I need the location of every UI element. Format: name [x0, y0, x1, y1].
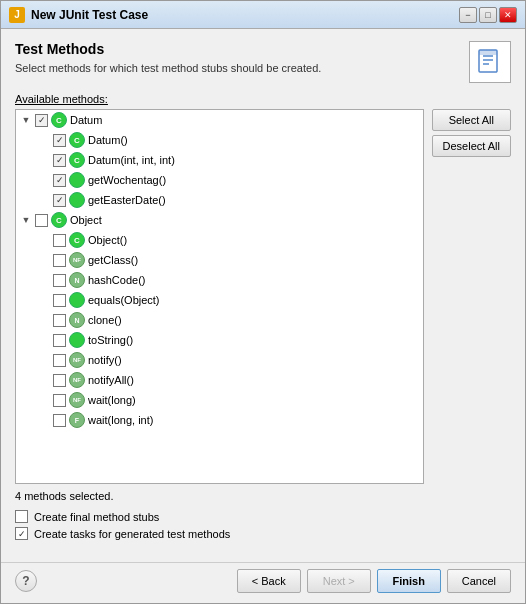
checkbox-clone[interactable] — [53, 314, 66, 327]
svg-rect-4 — [479, 50, 497, 55]
tree-row-tostring[interactable]: toString() — [16, 330, 423, 350]
icon-getwochentag — [69, 172, 85, 188]
arrow-notifyall — [38, 374, 50, 386]
icon-notify: NF — [69, 352, 85, 368]
footer: ? < Back Next > Finish Cancel — [1, 562, 525, 603]
tree-row-object-ctor[interactable]: C Object() — [16, 230, 423, 250]
available-methods-label: Available methods: — [15, 93, 511, 105]
arrow-geteasterdate — [38, 194, 50, 206]
select-all-button[interactable]: Select All — [432, 109, 511, 131]
checkbox-datum[interactable] — [35, 114, 48, 127]
tree-row-notifyall[interactable]: NF notifyAll() — [16, 370, 423, 390]
icon-equals — [69, 292, 85, 308]
checkbox-wait-long[interactable] — [53, 394, 66, 407]
icon-wait-long-int: F — [69, 412, 85, 428]
arrow-getwochentag — [38, 174, 50, 186]
option-label-tasks: Create tasks for generated test methods — [34, 528, 230, 540]
icon-clone: N — [69, 312, 85, 328]
checkbox-object-ctor[interactable] — [53, 234, 66, 247]
tree-row-equals[interactable]: equals(Object) — [16, 290, 423, 310]
tree-row-wait-long[interactable]: NF wait(long) — [16, 390, 423, 410]
icon-object-ctor: C — [69, 232, 85, 248]
tree-row-geteasterdate[interactable]: getEasterDate() — [16, 190, 423, 210]
icon-tostring — [69, 332, 85, 348]
tree-container[interactable]: ▼ C Datum C Datum() C Datum(int — [15, 109, 424, 484]
close-button[interactable]: ✕ — [499, 7, 517, 23]
label-hashcode: hashCode() — [88, 274, 145, 286]
label-datum-ctor1: Datum() — [88, 134, 128, 146]
icon-notifyall: NF — [69, 372, 85, 388]
header-section: Test Methods Select methods for which te… — [15, 41, 511, 83]
arrow-notify — [38, 354, 50, 366]
help-button[interactable]: ? — [15, 570, 37, 592]
label-datum-ctor2: Datum(int, int, int) — [88, 154, 175, 166]
label-wait-long-int: wait(long, int) — [88, 414, 153, 426]
minimize-button[interactable]: − — [459, 7, 477, 23]
label-object: Object — [70, 214, 102, 226]
next-button[interactable]: Next > — [307, 569, 371, 593]
arrow-equals — [38, 294, 50, 306]
label-tostring: toString() — [88, 334, 133, 346]
icon-object: C — [51, 212, 67, 228]
arrow-object-ctor — [38, 234, 50, 246]
window-title: New JUnit Test Case — [31, 8, 459, 22]
arrow-object[interactable]: ▼ — [20, 214, 32, 226]
tree-row-notify[interactable]: NF notify() — [16, 350, 423, 370]
arrow-hashcode — [38, 274, 50, 286]
label-wait-long: wait(long) — [88, 394, 136, 406]
checkbox-geteasterdate[interactable] — [53, 194, 66, 207]
checkbox-notifyall[interactable] — [53, 374, 66, 387]
label-geteasterdate: getEasterDate() — [88, 194, 166, 206]
option-label-final: Create final method stubs — [34, 511, 159, 523]
arrow-wait-long-int — [38, 414, 50, 426]
icon-wait-long: NF — [69, 392, 85, 408]
icon-datum: C — [51, 112, 67, 128]
arrow-datum-ctor2 — [38, 154, 50, 166]
arrow-datum-ctor1 — [38, 134, 50, 146]
icon-hashcode: N — [69, 272, 85, 288]
cancel-button[interactable]: Cancel — [447, 569, 511, 593]
maximize-button[interactable]: □ — [479, 7, 497, 23]
option-checkbox-final[interactable] — [15, 510, 28, 523]
checkbox-object[interactable] — [35, 214, 48, 227]
option-row-1: Create final method stubs — [15, 510, 511, 523]
tree-row-datum-ctor2[interactable]: C Datum(int, int, int) — [16, 150, 423, 170]
back-button[interactable]: < Back — [237, 569, 301, 593]
tree-row-getclass[interactable]: NF getClass() — [16, 250, 423, 270]
section-title: Test Methods — [15, 41, 459, 57]
icon-getclass: NF — [69, 252, 85, 268]
finish-button[interactable]: Finish — [377, 569, 441, 593]
options-section: Create final method stubs Create tasks f… — [15, 510, 511, 544]
tree-row-datum[interactable]: ▼ C Datum — [16, 110, 423, 130]
option-checkbox-tasks[interactable] — [15, 527, 28, 540]
arrow-datum[interactable]: ▼ — [20, 114, 32, 126]
checkbox-equals[interactable] — [53, 294, 66, 307]
tree-row-clone[interactable]: N clone() — [16, 310, 423, 330]
tree-row-datum-ctor1[interactable]: C Datum() — [16, 130, 423, 150]
checkbox-datum-ctor2[interactable] — [53, 154, 66, 167]
tree-row-object[interactable]: ▼ C Object — [16, 210, 423, 230]
label-clone: clone() — [88, 314, 122, 326]
label-datum: Datum — [70, 114, 102, 126]
checkbox-wait-long-int[interactable] — [53, 414, 66, 427]
icon-datum-ctor2: C — [69, 152, 85, 168]
label-getwochentag: getWochentag() — [88, 174, 166, 186]
arrow-tostring — [38, 334, 50, 346]
checkbox-datum-ctor1[interactable] — [53, 134, 66, 147]
checkbox-tostring[interactable] — [53, 334, 66, 347]
checkbox-hashcode[interactable] — [53, 274, 66, 287]
app-icon: J — [9, 7, 25, 23]
icon-geteasterdate — [69, 192, 85, 208]
checkbox-getwochentag[interactable] — [53, 174, 66, 187]
section-description: Select methods for which test method stu… — [15, 61, 459, 76]
label-notify: notify() — [88, 354, 122, 366]
tree-row-getwochentag[interactable]: getWochentag() — [16, 170, 423, 190]
deselect-all-button[interactable]: Deselect All — [432, 135, 511, 157]
checkbox-getclass[interactable] — [53, 254, 66, 267]
main-window: J New JUnit Test Case − □ ✕ Test Methods… — [0, 0, 526, 604]
tree-row-wait-long-int[interactable]: F wait(long, int) — [16, 410, 423, 430]
checkbox-notify[interactable] — [53, 354, 66, 367]
content-area: Test Methods Select methods for which te… — [1, 29, 525, 562]
arrow-wait-long — [38, 394, 50, 406]
tree-row-hashcode[interactable]: N hashCode() — [16, 270, 423, 290]
